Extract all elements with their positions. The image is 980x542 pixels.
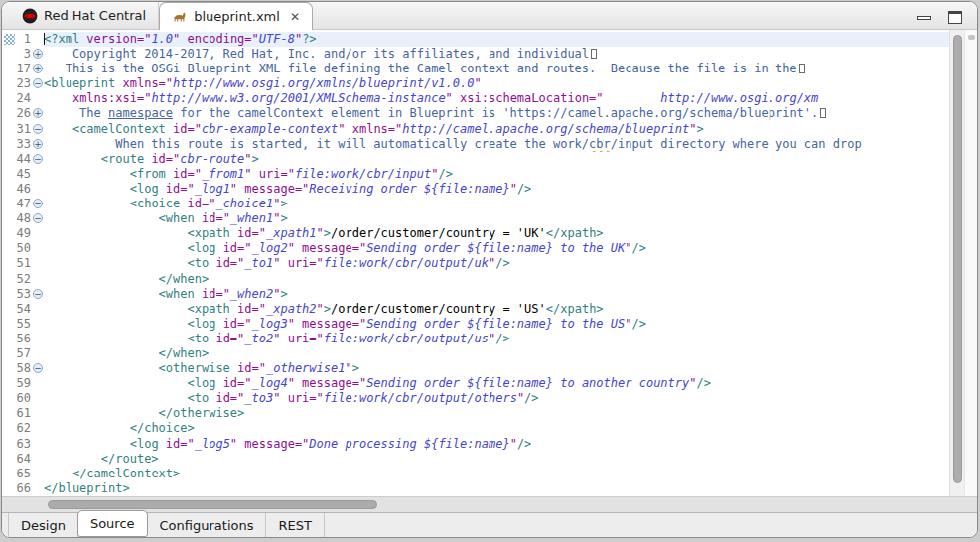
line-number: 63 <box>2 437 33 452</box>
line-number: 60 <box>2 391 33 406</box>
tab-configurations[interactable]: Configurations <box>148 513 267 537</box>
fold-column: − <box>33 287 44 302</box>
line-number: 17 <box>2 62 33 76</box>
fold-column <box>33 182 44 197</box>
line-delimiter-box <box>820 108 826 118</box>
line-delimiter-box <box>591 49 597 59</box>
fold-collapse-icon[interactable]: − <box>33 289 43 299</box>
code-line: 58− <otherwise id="_otherwise1"> <box>2 361 949 376</box>
code-line: 46 <log id="_log1" message="Receiving or… <box>2 182 949 197</box>
code-line: 51 <to id="_to1" uri="file:work/cbr/outp… <box>2 256 949 271</box>
info-annotation-icon <box>4 34 15 45</box>
fold-collapse-icon[interactable]: − <box>33 213 43 223</box>
line-number: 33 <box>2 137 33 152</box>
fold-collapse-icon[interactable]: − <box>33 363 43 373</box>
line-number: 24 <box>2 91 33 106</box>
fold-column: + <box>33 62 44 76</box>
code-line: 55 <log id="_log3" message="Sending orde… <box>2 317 949 332</box>
maximize-icon[interactable] <box>948 11 963 25</box>
code-line: 33+ When this route is started, it will … <box>2 137 949 152</box>
line-number: 3 <box>2 47 33 62</box>
fold-column <box>33 406 44 421</box>
code-line: 53− <when id="_when2"> <box>2 287 949 302</box>
fold-expand-icon[interactable]: + <box>33 64 43 73</box>
camel-icon <box>172 9 188 25</box>
fold-column: − <box>33 361 44 376</box>
code-line: 44− <route id="cbr-route"> <box>2 152 949 167</box>
tab-design[interactable]: Design <box>8 513 78 537</box>
vertical-scrollbar-thumb[interactable] <box>953 35 962 483</box>
code-line: 50 <log id="_log2" message="Sending orde… <box>2 241 949 256</box>
code-line: 62 </choice> <box>2 421 949 436</box>
text-caret <box>44 33 45 45</box>
code-line: 17+ This is the OSGi Blueprint XML file … <box>2 62 949 76</box>
fold-column <box>33 167 44 182</box>
fold-column <box>33 317 44 332</box>
fold-collapse-icon[interactable]: − <box>33 154 43 164</box>
fold-collapse-icon[interactable]: − <box>33 199 43 208</box>
code-line: 60 <to id="_to3" uri="file:work/cbr/outp… <box>2 391 949 406</box>
code-line: 66</blueprint> <box>2 481 949 496</box>
overview-ruler[interactable] <box>964 30 977 496</box>
code-line: 54 <xpath id="_xpath2">/order/customer/c… <box>2 302 949 317</box>
code-rows: 1<?xml version="1.0" encoding="UTF-8"?>3… <box>2 32 949 496</box>
fold-collapse-icon[interactable]: − <box>33 78 43 88</box>
horizontal-scrollbar-thumb[interactable] <box>48 500 377 509</box>
fold-expand-icon[interactable]: + <box>33 49 43 59</box>
fold-column <box>33 481 44 496</box>
fold-column: − <box>33 122 44 137</box>
code-line: 64 </route> <box>2 452 949 467</box>
line-number: 23 <box>2 76 33 91</box>
code-line: 1<?xml version="1.0" encoding="UTF-8"?> <box>2 32 949 47</box>
fold-column: − <box>33 152 44 167</box>
line-number: 51 <box>2 256 33 271</box>
line-number: 52 <box>2 272 33 287</box>
line-number: 57 <box>2 346 33 361</box>
minimize-icon[interactable] <box>917 11 932 25</box>
fold-column <box>33 452 44 467</box>
line-number: 44 <box>2 152 33 167</box>
fold-column <box>33 226 44 241</box>
tab-source[interactable]: Source <box>77 510 148 537</box>
line-number: 55 <box>2 317 33 332</box>
tab-label: blueprint.xml <box>194 9 280 24</box>
tab-label: Red Hat Central <box>44 8 146 23</box>
close-icon[interactable]: ✕ <box>290 11 300 23</box>
fold-collapse-icon[interactable]: − <box>33 124 43 134</box>
vertical-scrollbar[interactable] <box>949 30 964 496</box>
line-number: 47 <box>2 197 33 211</box>
fold-expand-icon[interactable]: + <box>33 108 43 118</box>
xml-source-editor[interactable]: 1<?xml version="1.0" encoding="UTF-8"?>3… <box>2 30 977 496</box>
horizontal-scrollbar[interactable] <box>2 496 977 512</box>
editor-part-window: Red Hat Central blueprint.xml ✕ 1<?xml v… <box>1 1 978 538</box>
line-number: 56 <box>2 332 33 346</box>
fold-column <box>33 241 44 256</box>
line-number: 62 <box>2 421 33 436</box>
code-line: 59 <log id="_log4" message="Sending orde… <box>2 376 949 391</box>
line-number: 66 <box>2 481 33 496</box>
line-delimiter-box <box>799 64 805 73</box>
tab-blueprint-xml[interactable]: blueprint.xml ✕ <box>159 2 313 30</box>
code-line: 3+ Copyright 2014-2017, Red Hat, Inc. an… <box>2 47 949 62</box>
fold-column: + <box>33 106 44 121</box>
fold-column <box>33 32 44 47</box>
line-number: 49 <box>2 226 33 241</box>
line-number: 53 <box>2 287 33 302</box>
line-number: 26 <box>2 106 33 121</box>
line-number: 54 <box>2 302 33 317</box>
fold-column: − <box>33 197 44 211</box>
view-controls <box>917 11 963 25</box>
overview-annotation-mark <box>968 35 975 40</box>
tab-rest[interactable]: REST <box>266 513 324 537</box>
fold-column: − <box>33 76 44 91</box>
fold-expand-icon[interactable]: + <box>33 139 43 149</box>
code-line: 24 xmlns:xsi="http://www.w3.org/2001/XML… <box>2 91 949 106</box>
line-number: 45 <box>2 167 33 182</box>
line-number: 61 <box>2 406 33 421</box>
fold-column <box>33 91 44 106</box>
fold-column: + <box>33 137 44 152</box>
code-line: 47− <choice id="_choice1"> <box>2 197 949 211</box>
code-line: 61 </otherwise> <box>2 406 949 421</box>
fold-column <box>33 421 44 436</box>
tab-red-hat-central[interactable]: Red Hat Central <box>10 2 159 29</box>
